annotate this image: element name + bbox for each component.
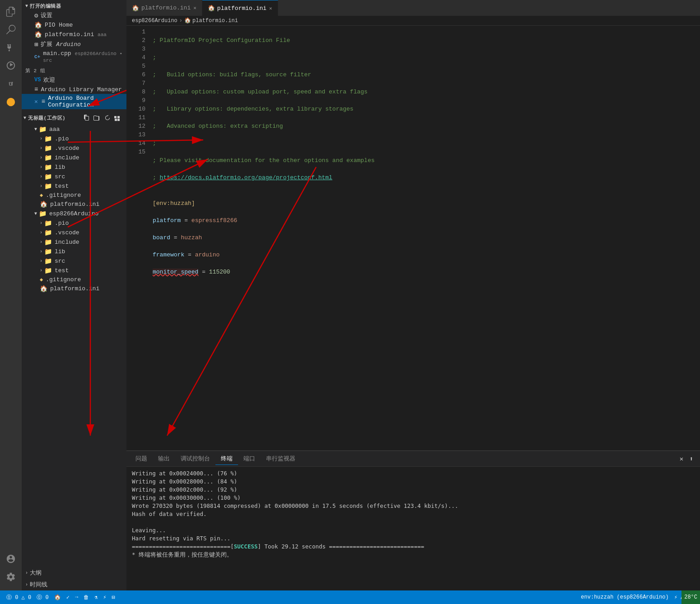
sidebar-lib-1-label: lib [55, 164, 65, 171]
tab-active-close-btn[interactable]: ✕ [269, 5, 272, 11]
sidebar-timeline[interactable]: › 时间线 [22, 579, 126, 590]
tab-terminal[interactable]: 终端 [215, 453, 238, 465]
breadcrumb-part-1[interactable]: esp8266Arduino [132, 18, 177, 24]
breadcrumb-part-2[interactable]: 🏠platformio.ini [184, 17, 238, 24]
sidebar-pio-1-label: .pio [55, 135, 69, 142]
new-file-button[interactable] [81, 113, 91, 123]
svg-point-0 [7, 98, 15, 106]
sidebar-test-folder-2[interactable]: › 📁 test [22, 266, 126, 275]
sidebar-aaa-label: aaa [49, 126, 60, 133]
sidebar-gitignore-1-label: .gitignore [46, 192, 81, 199]
activity-run[interactable] [3, 58, 19, 74]
sidebar-platformio-ini-2[interactable]: 🏠 platformio.ini [22, 284, 126, 293]
sidebar-src-1-label: src [55, 173, 65, 180]
open-editors-label: 打开的编辑器 [30, 3, 61, 9]
status-temp-label: 28°C [684, 594, 697, 600]
sidebar-platformio-ini-1-label: platformio.ini [50, 201, 99, 208]
timeline-label: 时间线 [30, 581, 47, 589]
sidebar-folder-aaa[interactable]: ▼ 📁 aaa [22, 125, 126, 134]
status-env[interactable]: env:huzzah (esp8266Arduino) [578, 594, 671, 600]
tab-problems-label: 问题 [135, 455, 147, 462]
tab-port-label: 端口 [243, 455, 255, 462]
activity-pio[interactable] [3, 94, 19, 110]
sidebar-outline[interactable]: › 大纲 [22, 567, 126, 579]
sidebar-item-platformio-aaa[interactable]: 🏠 platformio.ini aaa [22, 30, 126, 39]
sidebar-src-folder-1[interactable]: › 📁 src [22, 172, 126, 181]
sidebar-board-config-label: Arduino Board Configuration [48, 95, 123, 108]
activity-search[interactable] [3, 22, 19, 38]
sidebar-vscode-folder-1[interactable]: › 📁 .vscode [22, 144, 126, 153]
collapse-all-button[interactable] [111, 113, 121, 123]
sidebar: ▼ 打开的编辑器 ⚙ 设置 🏠 PIO Home 🏠 platformio.in… [22, 0, 126, 590]
terminal-maximize-button[interactable]: ⬆ [686, 454, 696, 464]
status-errors-label: ⓪ 0 △ 0 [6, 594, 31, 601]
sidebar-item-settings[interactable]: ⚙ 设置 [22, 10, 126, 20]
activity-scm[interactable] [3, 40, 19, 56]
tab-debug-console[interactable]: 调试控制台 [175, 453, 215, 465]
sidebar-lib-manager-label: Arduino Library Manager [41, 86, 121, 93]
status-flask[interactable]: ⚗ [92, 590, 100, 604]
status-warnings[interactable]: ⓪ 0 [34, 590, 51, 604]
tab-problems[interactable]: 问题 [130, 453, 153, 465]
sidebar-item-board-config[interactable]: ✕ ≡ Arduino Board Configuration [22, 94, 126, 109]
sidebar-src-2-label: src [55, 258, 65, 265]
tab-serial-monitor[interactable]: 串行监视器 [261, 453, 301, 465]
sidebar-item-lib-manager[interactable]: ≡ Arduino Library Manager [22, 85, 126, 94]
refresh-button[interactable] [101, 113, 111, 123]
sidebar-item-extension-arduino[interactable]: ⊞ 扩展 Arduino [22, 39, 126, 49]
breadcrumb: esp8266Arduino › 🏠platformio.ini [126, 16, 700, 26]
status-errors[interactable]: ⓪ 0 △ 0 [4, 590, 34, 604]
sidebar-pio-folder-1[interactable]: › 📁 .pio [22, 134, 126, 144]
activity-extensions[interactable] [3, 76, 19, 92]
activity-settings[interactable] [3, 569, 19, 585]
sidebar-main-cpp-label: main.cpp esp8266Arduino • src [43, 50, 123, 64]
terminal-line-9: Hard resetting via RTS pin... [132, 534, 695, 543]
terminal-line-4: Writing at 0x00030000... (100 %) [132, 494, 695, 502]
sidebar-include-folder-1[interactable]: › 📁 include [22, 153, 126, 163]
sidebar-src-folder-2[interactable]: › 📁 src [22, 256, 126, 266]
terminal-kill-button[interactable]: ✕ [677, 454, 686, 464]
status-bolt[interactable]: ⚡ [100, 590, 109, 604]
tab-port[interactable]: 端口 [238, 453, 261, 465]
tab-serial-label: 串行监视器 [266, 455, 295, 462]
sidebar-gitignore-1[interactable]: ◆ .gitignore [22, 191, 126, 200]
sidebar-lib-folder-2[interactable]: › 📁 lib [22, 247, 126, 256]
activity-explorer[interactable] [3, 4, 19, 20]
sidebar-folder-esp8266[interactable]: ▼ 📁 esp8266Arduino [22, 209, 126, 218]
sidebar-gitignore-2[interactable]: ◆ .gitignore [22, 275, 126, 284]
tab-output[interactable]: 输出 [153, 453, 175, 465]
sidebar-item-main-cpp[interactable]: C+ main.cpp esp8266Arduino • src [22, 49, 126, 65]
group-2-label: 第 2 组 [22, 65, 126, 75]
new-folder-button[interactable] [91, 113, 101, 123]
tab-platformio-ini-active[interactable]: 🏠 platformio.ini ✕ [202, 0, 278, 16]
status-bar: ⓪ 0 △ 0 ⓪ 0 🏠 ✓ → 🗑 ⚗ ⚡ ⊟ env:huzzah (es… [0, 590, 700, 604]
terminal-line-10: =============================[SUCCESS] T… [132, 543, 695, 551]
sidebar-vscode-1-label: .vscode [55, 145, 79, 152]
status-warnings-label: ⓪ 0 [37, 594, 48, 601]
tab-platformio-ini-main[interactable]: 🏠 platformio.ini ✕ [126, 0, 202, 16]
sidebar-pio-folder-2[interactable]: › 📁 .pio [22, 218, 126, 228]
workspace-label: 无标题(工作区) [28, 115, 65, 121]
open-editors-header[interactable]: ▼ 打开的编辑器 [22, 0, 126, 10]
tab-output-label: 输出 [158, 455, 170, 462]
sidebar-test-folder-1[interactable]: › 📁 test [22, 181, 126, 191]
sidebar-item-pio-home[interactable]: 🏠 PIO Home [22, 20, 126, 30]
status-minus[interactable]: ⊟ [109, 590, 118, 604]
sidebar-esp8266-label: esp8266Arduino [49, 210, 98, 217]
status-home[interactable]: 🏠 [51, 590, 64, 604]
sidebar-platformio-ini-1[interactable]: 🏠 platformio.ini [22, 200, 126, 209]
status-arrow[interactable]: → [72, 590, 81, 604]
sidebar-lib-folder-1[interactable]: › 📁 lib [22, 163, 126, 172]
tab-close-btn[interactable]: ✕ [193, 5, 196, 11]
terminal-output[interactable]: Writing at 0x00024000... (76 %) Writing … [126, 467, 700, 590]
sidebar-include-folder-2[interactable]: › 📁 include [22, 237, 126, 247]
status-check[interactable]: ✓ [64, 590, 72, 604]
status-trash[interactable]: 🗑 [81, 590, 92, 604]
code-content[interactable]: ; PlatformIO Project Configuration File … [149, 26, 700, 451]
sidebar-pio-2-label: .pio [55, 220, 69, 227]
sidebar-welcome-label: 欢迎 [43, 76, 55, 84]
sidebar-vscode-folder-2[interactable]: › 📁 .vscode [22, 228, 126, 237]
sidebar-item-welcome[interactable]: VS 欢迎 [22, 75, 126, 85]
activity-account[interactable] [3, 551, 19, 567]
workspace-header[interactable]: ▼ 无标题(工作区) [22, 109, 126, 125]
